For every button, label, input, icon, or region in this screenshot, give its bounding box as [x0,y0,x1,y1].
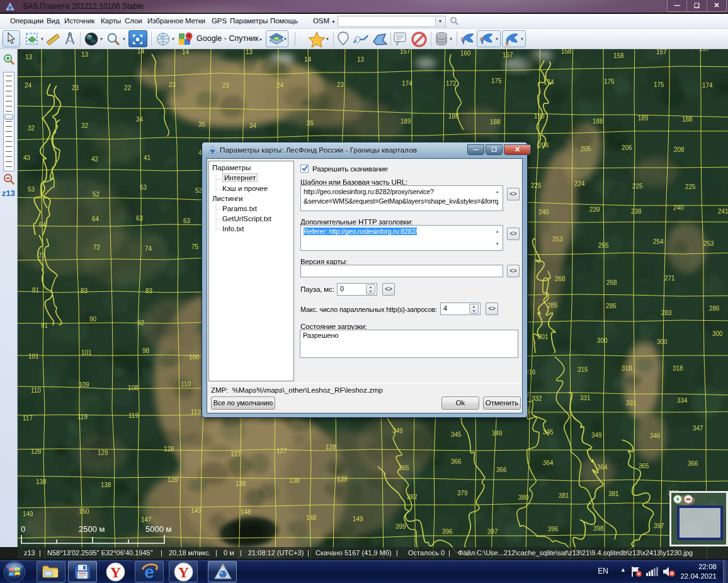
svg-text:14: 14 [137,49,145,55]
svg-text:365: 365 [399,465,409,471]
svg-text:14: 14 [304,56,312,63]
svg-text:138: 138 [289,477,300,484]
svg-text:366: 366 [496,466,507,473]
svg-text:205: 205 [581,146,591,153]
svg-text:188: 188 [490,118,501,125]
svg-text:23: 23 [169,81,176,88]
svg-text:255: 255 [598,242,609,249]
svg-text:128: 128 [326,444,336,451]
svg-text:148: 148 [306,514,317,521]
svg-text:271: 271 [664,275,675,282]
svg-text:208: 208 [674,146,685,153]
svg-text:286: 286 [709,305,720,312]
svg-text:315: 315 [577,366,588,373]
svg-text:331: 331 [626,400,637,407]
svg-text:74: 74 [145,245,152,252]
svg-text:158: 158 [561,49,572,55]
svg-text:32: 32 [28,125,35,132]
svg-text:175: 175 [604,78,615,85]
svg-text:240: 240 [673,204,684,211]
svg-text:240: 240 [538,209,549,216]
svg-text:101: 101 [81,349,92,356]
svg-text:34: 34 [249,122,257,129]
svg-text:23: 23 [222,82,230,89]
svg-text:41: 41 [144,154,151,161]
svg-text:Y: Y [178,564,189,580]
svg-text:285: 285 [547,302,558,309]
svg-text:345: 345 [451,431,462,438]
svg-text:139: 139 [337,476,348,483]
svg-text:331: 331 [580,395,591,401]
svg-text:32: 32 [81,122,89,129]
svg-text:366: 366 [688,460,698,467]
svg-text:24: 24 [25,82,32,89]
svg-text:35: 35 [307,120,314,127]
svg-text:175: 175 [654,81,664,88]
svg-text:379: 379 [457,490,468,497]
svg-text:128: 128 [164,446,174,453]
svg-text:83: 83 [81,287,88,294]
svg-text:117: 117 [23,415,33,422]
svg-text:24: 24 [276,82,284,89]
svg-text:254: 254 [653,238,664,245]
svg-text:174: 174 [402,80,412,87]
svg-text:23: 23 [337,81,344,88]
svg-text:188: 188 [448,113,459,120]
svg-text:189: 189 [638,115,649,122]
svg-text:268: 268 [606,279,617,286]
svg-text:334: 334 [677,397,688,404]
svg-text:253: 253 [703,240,714,247]
svg-text:64: 64 [92,216,100,222]
svg-text:188: 188 [593,118,603,125]
svg-text:346: 346 [650,432,661,439]
svg-text:13: 13 [357,56,365,63]
svg-text:283: 283 [661,309,672,316]
svg-text:127: 127 [276,447,287,454]
svg-text:52: 52 [93,191,100,198]
svg-text:5000 м: 5000 м [145,525,172,534]
svg-text:92: 92 [137,320,145,326]
svg-text:206: 206 [538,142,549,149]
svg-text:239: 239 [589,206,600,213]
svg-text:380: 380 [518,494,529,501]
svg-text:108: 108 [128,384,139,391]
svg-text:349: 349 [392,427,403,434]
svg-text:149: 149 [23,511,33,517]
svg-text:174: 174 [543,79,554,86]
svg-text:157: 157 [656,49,667,55]
svg-text:119: 119 [77,413,88,420]
svg-text:43: 43 [23,154,31,161]
svg-text:396: 396 [442,528,453,535]
svg-text:190: 190 [534,113,545,120]
svg-text:365: 365 [639,463,649,470]
svg-text:35: 35 [198,121,206,128]
svg-text:98: 98 [142,347,150,354]
svg-text:318: 318 [673,365,683,372]
svg-text:23: 23 [72,84,79,91]
svg-text:90: 90 [89,316,97,323]
svg-text:150: 150 [79,508,89,515]
svg-text:300: 300 [657,338,668,345]
svg-text:73: 73 [38,252,46,259]
svg-text:206: 206 [622,144,632,151]
svg-text:157: 157 [503,52,513,59]
svg-text:101: 101 [28,353,39,360]
svg-text:349: 349 [492,430,503,437]
svg-text:349: 349 [591,432,602,439]
svg-text:34: 34 [136,116,144,123]
svg-text:366: 366 [451,458,462,465]
svg-text:225: 225 [632,183,643,190]
svg-text:160: 160 [460,50,471,57]
svg-text:332: 332 [532,395,542,402]
svg-text:128: 128 [31,448,42,455]
svg-text:149: 149 [191,507,202,514]
svg-text:157: 157 [400,49,411,55]
svg-text:149: 149 [353,516,363,522]
svg-text:109: 109 [79,381,89,388]
svg-text:397: 397 [654,522,664,529]
svg-text:110: 110 [181,381,191,388]
svg-text:64: 64 [39,221,47,228]
svg-text:318: 318 [622,365,632,372]
svg-text:63: 63 [136,215,144,222]
svg-text:174: 174 [702,82,713,89]
